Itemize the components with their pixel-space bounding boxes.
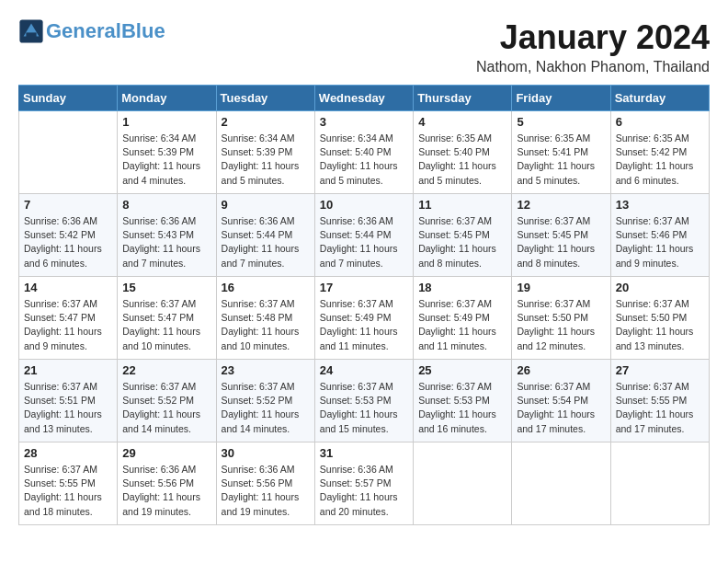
calendar-week-row: 1Sunrise: 6:34 AMSunset: 5:39 PMDaylight… [19,111,710,194]
calendar-cell: 14Sunrise: 6:37 AMSunset: 5:47 PMDayligh… [19,277,118,360]
logo-icon [18,18,44,44]
calendar-table: SundayMondayTuesdayWednesdayThursdayFrid… [18,85,710,525]
day-number: 11 [418,198,506,212]
day-number: 31 [320,446,408,460]
calendar-cell: 17Sunrise: 6:37 AMSunset: 5:49 PMDayligh… [314,277,413,360]
calendar-week-row: 21Sunrise: 6:37 AMSunset: 5:51 PMDayligh… [19,360,710,442]
weekday-header: Monday [118,86,216,111]
day-info: Sunrise: 6:36 AMSunset: 5:44 PMDaylight:… [320,214,408,270]
calendar-cell: 12Sunrise: 6:37 AMSunset: 5:45 PMDayligh… [512,194,610,277]
day-number: 23 [222,363,310,377]
day-info: Sunrise: 6:36 AMSunset: 5:57 PMDaylight:… [320,463,408,519]
day-info: Sunrise: 6:35 AMSunset: 5:41 PMDaylight:… [517,132,605,188]
day-info: Sunrise: 6:36 AMSunset: 5:44 PMDaylight:… [222,214,310,270]
day-number: 29 [122,446,210,460]
calendar-cell: 27Sunrise: 6:37 AMSunset: 5:55 PMDayligh… [610,360,709,442]
day-info: Sunrise: 6:37 AMSunset: 5:53 PMDaylight:… [418,380,506,436]
day-number: 13 [616,198,704,212]
day-info: Sunrise: 6:34 AMSunset: 5:39 PMDaylight:… [222,132,310,188]
calendar-cell: 10Sunrise: 6:36 AMSunset: 5:44 PMDayligh… [314,194,413,277]
calendar-cell: 8Sunrise: 6:36 AMSunset: 5:43 PMDaylight… [118,194,216,277]
calendar-cell [512,442,610,525]
calendar-cell: 9Sunrise: 6:36 AMSunset: 5:44 PMDaylight… [216,194,314,277]
day-number: 10 [320,198,408,212]
day-number: 2 [222,115,310,129]
day-number: 25 [418,363,506,377]
calendar-cell: 7Sunrise: 6:36 AMSunset: 5:42 PMDaylight… [19,194,118,277]
day-info: Sunrise: 6:37 AMSunset: 5:48 PMDaylight:… [222,297,310,353]
calendar-cell: 6Sunrise: 6:35 AMSunset: 5:42 PMDaylight… [610,111,709,194]
calendar-header-row: SundayMondayTuesdayWednesdayThursdayFrid… [19,86,710,111]
calendar-week-row: 14Sunrise: 6:37 AMSunset: 5:47 PMDayligh… [19,277,710,360]
logo-text: GeneralBlue [46,20,165,42]
calendar-cell: 30Sunrise: 6:36 AMSunset: 5:56 PMDayligh… [216,442,314,525]
calendar-cell [414,442,512,525]
day-number: 6 [616,115,704,129]
day-info: Sunrise: 6:34 AMSunset: 5:39 PMDaylight:… [122,132,210,188]
calendar-cell: 29Sunrise: 6:36 AMSunset: 5:56 PMDayligh… [118,442,216,525]
calendar-cell: 2Sunrise: 6:34 AMSunset: 5:39 PMDaylight… [216,111,314,194]
calendar-cell: 28Sunrise: 6:37 AMSunset: 5:55 PMDayligh… [19,442,118,525]
day-info: Sunrise: 6:37 AMSunset: 5:45 PMDaylight:… [517,214,605,270]
calendar-cell: 25Sunrise: 6:37 AMSunset: 5:53 PMDayligh… [414,360,512,442]
day-info: Sunrise: 6:37 AMSunset: 5:52 PMDaylight:… [122,380,210,436]
calendar-cell: 1Sunrise: 6:34 AMSunset: 5:39 PMDaylight… [118,111,216,194]
weekday-header: Wednesday [314,86,413,111]
location-title: Nathom, Nakhon Phanom, Thailand [476,59,710,75]
calendar-cell: 26Sunrise: 6:37 AMSunset: 5:54 PMDayligh… [512,360,610,442]
calendar-week-row: 28Sunrise: 6:37 AMSunset: 5:55 PMDayligh… [19,442,710,525]
calendar-cell: 24Sunrise: 6:37 AMSunset: 5:53 PMDayligh… [314,360,413,442]
calendar-cell: 11Sunrise: 6:37 AMSunset: 5:45 PMDayligh… [414,194,512,277]
day-number: 24 [320,363,408,377]
day-number: 30 [222,446,310,460]
day-number: 20 [616,281,704,294]
day-info: Sunrise: 6:36 AMSunset: 5:42 PMDaylight:… [24,214,112,270]
day-number: 14 [24,281,112,294]
weekday-header: Thursday [414,86,512,111]
day-number: 1 [122,115,210,129]
day-info: Sunrise: 6:37 AMSunset: 5:49 PMDaylight:… [418,297,506,353]
calendar-cell [19,111,118,194]
month-title: January 2024 [476,18,710,57]
day-number: 19 [517,281,605,294]
day-info: Sunrise: 6:37 AMSunset: 5:46 PMDaylight:… [616,214,704,270]
day-number: 16 [222,281,310,294]
calendar-cell: 23Sunrise: 6:37 AMSunset: 5:52 PMDayligh… [216,360,314,442]
calendar-cell: 18Sunrise: 6:37 AMSunset: 5:49 PMDayligh… [414,277,512,360]
weekday-header: Saturday [610,86,709,111]
day-number: 18 [418,281,506,294]
day-number: 8 [122,198,210,212]
day-number: 17 [320,281,408,294]
calendar-cell: 5Sunrise: 6:35 AMSunset: 5:41 PMDaylight… [512,111,610,194]
calendar-cell: 20Sunrise: 6:37 AMSunset: 5:50 PMDayligh… [610,277,709,360]
day-info: Sunrise: 6:35 AMSunset: 5:42 PMDaylight:… [616,132,704,188]
day-number: 15 [122,281,210,294]
day-info: Sunrise: 6:35 AMSunset: 5:40 PMDaylight:… [418,132,506,188]
calendar-cell [610,442,709,525]
calendar-cell: 3Sunrise: 6:34 AMSunset: 5:40 PMDaylight… [314,111,413,194]
day-info: Sunrise: 6:37 AMSunset: 5:55 PMDaylight:… [24,463,112,519]
day-number: 7 [24,198,112,212]
day-number: 12 [517,198,605,212]
weekday-header: Friday [512,86,610,111]
day-number: 4 [418,115,506,129]
day-info: Sunrise: 6:37 AMSunset: 5:50 PMDaylight:… [517,297,605,353]
svg-rect-2 [26,32,36,38]
day-info: Sunrise: 6:37 AMSunset: 5:54 PMDaylight:… [517,380,605,436]
day-info: Sunrise: 6:37 AMSunset: 5:55 PMDaylight:… [616,380,704,436]
day-info: Sunrise: 6:36 AMSunset: 5:56 PMDaylight:… [222,463,310,519]
calendar-cell: 19Sunrise: 6:37 AMSunset: 5:50 PMDayligh… [512,277,610,360]
calendar-cell: 13Sunrise: 6:37 AMSunset: 5:46 PMDayligh… [610,194,709,277]
calendar-week-row: 7Sunrise: 6:36 AMSunset: 5:42 PMDaylight… [19,194,710,277]
day-info: Sunrise: 6:37 AMSunset: 5:47 PMDaylight:… [24,297,112,353]
day-number: 28 [24,446,112,460]
day-info: Sunrise: 6:37 AMSunset: 5:51 PMDaylight:… [24,380,112,436]
weekday-header: Tuesday [216,86,314,111]
page-header: GeneralBlue January 2024 Nathom, Nakhon … [18,18,710,75]
calendar-cell: 16Sunrise: 6:37 AMSunset: 5:48 PMDayligh… [216,277,314,360]
calendar-cell: 15Sunrise: 6:37 AMSunset: 5:47 PMDayligh… [118,277,216,360]
day-number: 21 [24,363,112,377]
day-number: 3 [320,115,408,129]
day-number: 22 [122,363,210,377]
day-info: Sunrise: 6:37 AMSunset: 5:52 PMDaylight:… [222,380,310,436]
